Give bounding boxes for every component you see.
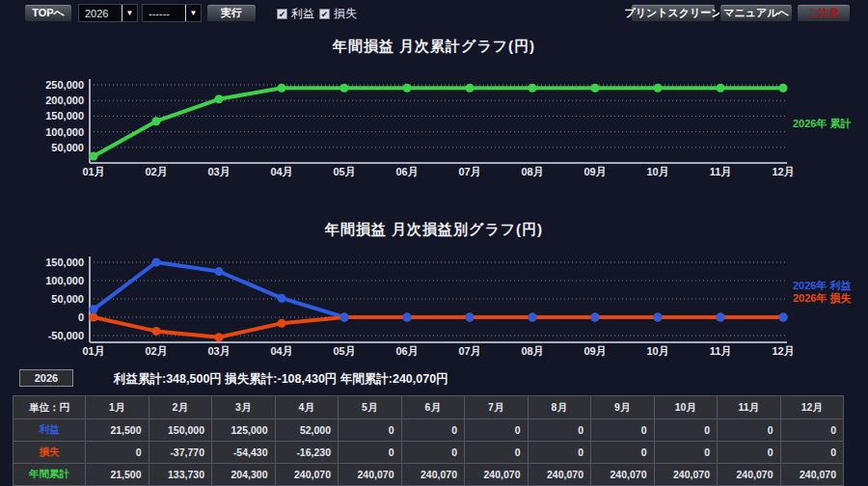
x-tick-label: 11月 [710, 166, 732, 177]
value-cell: 0 [718, 442, 781, 464]
notice-button[interactable]: ご注意 [797, 4, 851, 22]
loss-checkbox-label: 損失 [334, 6, 357, 22]
table-row: 利益21,500150,000125,00052,00000000000 [14, 419, 844, 442]
table-body: 利益21,500150,000125,00052,00000000000損失0-… [14, 419, 844, 486]
print-screen-button[interactable]: プリントスクリーン [631, 4, 716, 22]
value-cell: 0 [780, 442, 844, 464]
value-cell: 240,070 [275, 464, 339, 486]
series-label: 2026年 累計 [793, 118, 852, 129]
value-cell: 240,070 [528, 464, 591, 486]
x-tick-label: 10月 [646, 345, 668, 357]
y-tick-label: 100,000 [45, 275, 84, 286]
value-cell: 240,070 [401, 464, 465, 486]
month-header-cell: 9月 [591, 396, 655, 419]
y-tick-label: 250,000 [45, 79, 84, 91]
x-tick-label: 08月 [521, 166, 543, 177]
data-point [152, 117, 161, 125]
value-cell: 240,070 [780, 464, 844, 486]
profit-checkbox-label: 利益 [291, 6, 314, 22]
month-header-cell: 11月 [718, 396, 781, 419]
value-cell: 204,300 [212, 464, 276, 486]
manual-button[interactable]: マニュアルへ [719, 4, 793, 22]
x-tick-label: 01月 [82, 166, 104, 177]
checkbox-checked-icon[interactable]: ✔ [277, 9, 287, 19]
x-tick-label: 09月 [583, 345, 606, 357]
value-cell: 0 [339, 442, 402, 464]
y-tick-label: 150,000 [45, 110, 84, 122]
value-cell: 21,500 [86, 419, 149, 442]
data-point [779, 313, 788, 322]
x-tick-label: 09月 [583, 166, 606, 177]
month-header-cell: 2月 [149, 396, 212, 419]
value-cell: 0 [780, 419, 844, 442]
series-label: 2026年 利益 [793, 280, 852, 291]
x-tick-label: 04月 [270, 345, 292, 357]
month-header-cell: 12月 [780, 396, 844, 419]
value-cell: 0 [339, 419, 402, 442]
month-header-cell: 6月 [401, 396, 465, 419]
summary-table: 単位：円1月2月3月4月5月6月7月8月9月10月11月12月 利益21,500… [13, 395, 844, 486]
x-tick-label: 07月 [458, 345, 480, 357]
data-point [215, 94, 224, 103]
top-button[interactable]: TOPへ [24, 4, 72, 22]
month-header-cell: 10月 [654, 396, 718, 419]
data-point [591, 313, 600, 322]
data-point [278, 319, 286, 328]
chevron-down-icon: ▼ [186, 9, 201, 17]
x-tick-label: 10月 [646, 166, 668, 177]
data-point [466, 313, 475, 322]
value-cell: -37,770 [149, 442, 212, 464]
year-select[interactable]: 2026 ▼ [78, 4, 138, 22]
value-cell: 0 [591, 442, 655, 464]
x-tick-label: 12月 [772, 166, 794, 177]
month-header-cell: 8月 [528, 396, 591, 419]
series-line [94, 88, 783, 156]
value-cell: 0 [401, 442, 465, 464]
value-cell: 0 [401, 419, 465, 442]
value-cell: 0 [528, 419, 591, 442]
data-point [779, 84, 788, 93]
run-button[interactable]: 実行 [206, 4, 257, 22]
series-line [94, 262, 783, 317]
value-cell: 240,070 [339, 464, 402, 486]
loss-checkbox-group[interactable]: ✔ 損失 [319, 6, 357, 22]
month-header-cell: 3月 [212, 396, 276, 419]
x-tick-label: 12月 [772, 345, 794, 357]
unit-header-cell: 単位：円 [14, 396, 86, 419]
value-cell: 0 [654, 419, 718, 442]
data-point [90, 305, 98, 313]
data-point [90, 313, 98, 322]
data-point [466, 84, 475, 93]
x-tick-label: 03月 [207, 166, 230, 177]
data-point [278, 84, 286, 93]
value-cell: 125,000 [212, 419, 276, 442]
row-label-cell: 利益 [14, 419, 86, 442]
profit-checkbox-group[interactable]: ✔ 利益 [277, 6, 314, 22]
y-tick-label: 0 [78, 311, 84, 323]
x-tick-label: 07月 [458, 166, 480, 177]
series-label: 2026年 損失 [793, 292, 853, 305]
data-point [340, 84, 349, 93]
value-cell: -16,230 [275, 442, 339, 464]
checkbox-checked-icon[interactable]: ✔ [319, 9, 330, 19]
x-tick-label: 04月 [270, 166, 292, 177]
x-tick-label: 03月 [207, 345, 230, 357]
value-cell: 240,070 [654, 464, 718, 486]
table-row: 損失0-37,770-54,430-16,23000000000 [14, 442, 844, 464]
summary-totals-text: 利益累計:348,500円 損失累計:-108,430円 年間累計:240,07… [114, 371, 448, 388]
x-tick-label: 06月 [395, 345, 418, 357]
x-tick-label: 08月 [521, 345, 543, 357]
value-cell: 21,500 [86, 464, 149, 486]
data-point [717, 313, 725, 322]
y-tick-label: 50,000 [51, 142, 84, 153]
month-select[interactable]: ------ ▼ [142, 4, 202, 22]
x-tick-label: 05月 [333, 345, 355, 357]
value-cell: 240,070 [465, 464, 529, 486]
data-point [152, 327, 161, 336]
data-point [654, 84, 663, 93]
monthly-line-chart: -50,000050,000100,000150,00001月02月03月04月… [0, 247, 868, 364]
value-cell: 0 [86, 442, 149, 464]
value-cell: -54,430 [212, 442, 276, 464]
y-tick-label: 50,000 [51, 293, 84, 305]
cumulative-line-chart: 50,000100,000150,000200,000250,00001月02月… [0, 68, 868, 183]
